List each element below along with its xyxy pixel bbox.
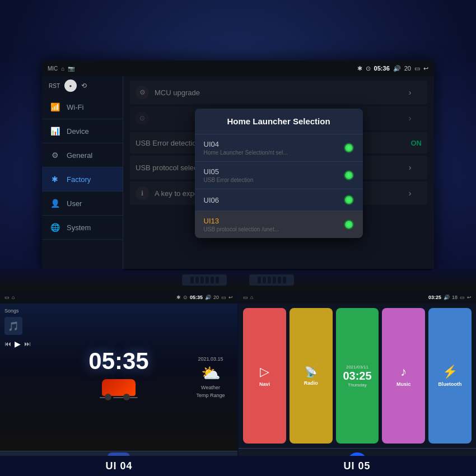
- weather-label: Weather: [201, 385, 220, 390]
- ui05-body: ▷ Navi 📡 Radio 2021/03/11 03:25 Thursday: [239, 304, 476, 448]
- bluetooth-tile-icon: ⚡: [442, 365, 458, 379]
- sidebar: RST ● ⟲ 📶 Wi-Fi 📊 Device ⚙ General ✱ Fac…: [42, 76, 123, 270]
- weather-date: 2021.03.15: [198, 356, 223, 362]
- ui04-house-icon: ⌂: [12, 295, 15, 300]
- vent-slot: [258, 277, 261, 283]
- ui05-screen: ▭ ⌂ 03:25 🔊 18 ▭ ↩ ▷ Navi 📡: [237, 291, 476, 476]
- modal-option-ui04[interactable]: UI04 Home Launcher Selection/nt sel...: [195, 134, 363, 162]
- sidebar-item-system[interactable]: 🌐 System: [42, 216, 123, 240]
- ui05-bar-right: 03:25 🔊 18 ▭ ↩: [428, 295, 472, 300]
- vent-slot: [283, 277, 286, 283]
- play-icon[interactable]: ▶: [15, 339, 21, 348]
- modal-overlay[interactable]: Home Launcher Selection UI04 Home Launch…: [123, 76, 434, 270]
- prev-icon[interactable]: ⏮: [4, 340, 11, 348]
- ui04-screen: ▭ ⌂ ✱ ⊙ 05:35 🔊 20 ▭ ↩ Songs 🎵 ⏮: [0, 291, 237, 476]
- clock-tile-content: 2021/03/11 03:25 Thursday: [343, 365, 371, 388]
- next-icon[interactable]: ⏭: [24, 340, 31, 348]
- bluetooth-label: Bluetooth: [438, 381, 462, 387]
- ui04-center: 05:35: [49, 308, 188, 446]
- ui04-radio[interactable]: [344, 143, 354, 153]
- globe-icon: 🌐: [49, 221, 61, 234]
- sidebar-item-device[interactable]: 📊 Device: [42, 119, 123, 143]
- vent-slot: [206, 277, 209, 283]
- sidebar-wifi-label: Wi-Fi: [67, 103, 83, 111]
- vent-slot: [200, 277, 204, 283]
- vent-slot: [211, 277, 214, 283]
- navi-label: Navi: [259, 381, 270, 387]
- app-navi[interactable]: ▷ Navi: [243, 308, 286, 444]
- modal-option-ui06[interactable]: UI06: [195, 189, 363, 211]
- screen-labels: UI 04 UI 05: [0, 456, 476, 476]
- ui05-vol-icon: 🔊: [444, 295, 450, 300]
- sidebar-item-general[interactable]: ⚙ General: [42, 143, 123, 167]
- weather-icon: ⛅: [201, 364, 221, 382]
- ui04-battery: 20: [213, 295, 219, 300]
- launcher-modal: Home Launcher Selection UI04 Home Launch…: [195, 109, 363, 238]
- ui04-label: UI 04: [0, 456, 238, 476]
- modal-option-ui13[interactable]: UI13 USB protocol selection /unet...: [195, 211, 363, 238]
- ui05-bar-left: ▭ ⌂: [243, 295, 253, 300]
- ui05-batt-icon: ▭: [460, 295, 465, 300]
- ui06-option-text: UI06: [204, 196, 219, 204]
- volume-icon: 🔊: [393, 65, 401, 72]
- ui05-back-icon[interactable]: ↩: [467, 295, 472, 300]
- vent-slot: [278, 277, 281, 283]
- road-line: [113, 397, 124, 398]
- rst-icon: ⟲: [81, 82, 87, 90]
- music-tile-label: Music: [396, 381, 411, 387]
- music-title: Songs: [4, 308, 49, 314]
- ui06-radio[interactable]: [344, 195, 354, 205]
- radio-icon: 📡: [305, 366, 317, 378]
- ui04-time: 05:35: [190, 295, 203, 300]
- ui04-home-icon: ▭: [4, 295, 10, 300]
- app-bluetooth[interactable]: ⚡ Bluetooth: [428, 308, 472, 444]
- ui05-radio[interactable]: [344, 170, 354, 180]
- battery-value: 20: [404, 65, 411, 72]
- ui05-time: 03:25: [428, 295, 441, 300]
- status-time: 05:36: [374, 65, 390, 72]
- rst-dot[interactable]: ●: [64, 80, 77, 92]
- main-content: ⚙ MCU upgrade › ⊙ › USB Error detection: [123, 76, 434, 270]
- ui04-music-section: Songs 🎵 ⏮ ▶ ⏭: [4, 308, 49, 446]
- sidebar-item-user[interactable]: 👤 User: [42, 192, 123, 216]
- wifi-icon: 📶: [49, 101, 61, 113]
- back-icon[interactable]: ↩: [423, 65, 428, 72]
- sidebar-item-wifi[interactable]: 📶 Wi-Fi: [42, 95, 123, 119]
- ui04-weather: 2021.03.15 ⛅ Weather Temp Range: [188, 308, 233, 446]
- right-vent: [249, 274, 294, 286]
- ui04-bt-icon: ✱: [176, 295, 181, 300]
- device-icon: 📊: [49, 125, 61, 137]
- sidebar-item-factory[interactable]: ✱ Factory: [42, 167, 123, 192]
- clock-tile-time: 03:25: [343, 370, 371, 382]
- ui05-option-text: UI05 USB Error detection: [204, 167, 254, 183]
- ui13-radio[interactable]: [344, 220, 354, 230]
- app-music[interactable]: ♪ Music: [382, 308, 425, 444]
- vent-slot: [190, 277, 194, 283]
- main-screen: MIC ⌂ 📷 ✱ ⊙ 05:36 🔊 20 ▭ ↩ RST ● ⟲ 📶 Wi-…: [42, 60, 434, 270]
- battery-icon: ▭: [414, 65, 420, 72]
- ui05-house-icon: ⌂: [250, 295, 253, 300]
- ui04-bar-right: ✱ ⊙ 05:35 🔊 20 ▭ ↩: [176, 295, 233, 300]
- sidebar-general-label: General: [67, 151, 92, 160]
- rst-label: RST: [49, 83, 60, 89]
- ui05-status-bar: ▭ ⌂ 03:25 🔊 18 ▭ ↩: [239, 291, 476, 304]
- camera-icon: 📷: [68, 66, 74, 72]
- sidebar-user-label: User: [67, 199, 82, 208]
- app-clock[interactable]: 2021/03/11 03:25 Thursday: [336, 308, 379, 444]
- music-controls: ⏮ ▶ ⏭: [4, 339, 49, 348]
- app-radio[interactable]: 📡 Radio: [290, 308, 333, 444]
- ui04-vol-icon: 🔊: [205, 295, 211, 300]
- ui04-wifi-icon: ⊙: [183, 295, 188, 300]
- vent-slot: [195, 277, 199, 283]
- sidebar-system-label: System: [67, 223, 91, 232]
- user-icon: 👤: [49, 197, 61, 209]
- car-visualization: [96, 379, 141, 407]
- modal-option-ui05[interactable]: UI05 USB Error detection: [195, 162, 363, 189]
- ui04-body: Songs 🎵 ⏮ ▶ ⏭ 05:35: [0, 304, 237, 451]
- ui04-option-text: UI04 Home Launcher Selection/nt sel...: [204, 140, 288, 156]
- bottom-row: ▭ ⌂ ✱ ⊙ 05:35 🔊 20 ▭ ↩ Songs 🎵 ⏮: [0, 291, 476, 476]
- radio-label: Radio: [304, 380, 318, 386]
- ui04-clock: 05:35: [88, 348, 148, 375]
- ui04-back-icon[interactable]: ↩: [228, 295, 233, 300]
- ui04-bar-left: ▭ ⌂: [4, 295, 15, 300]
